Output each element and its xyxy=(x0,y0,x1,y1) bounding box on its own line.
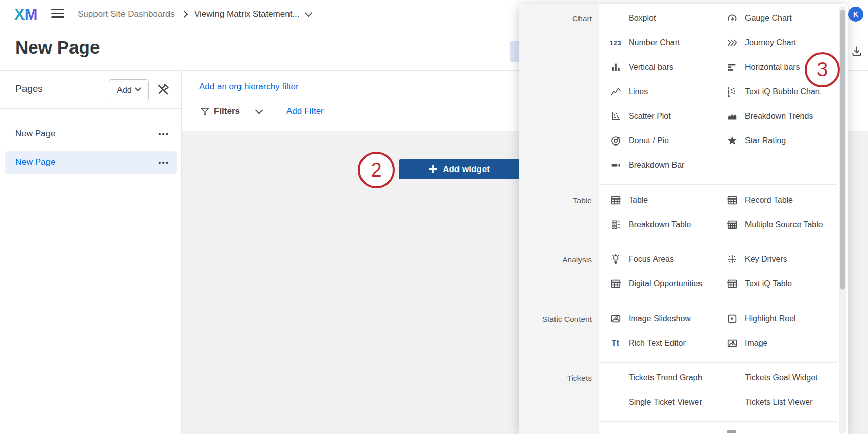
widget-item[interactable]: Donut / Pie xyxy=(599,129,716,153)
widget-item[interactable]: Text iQ Table xyxy=(716,272,848,296)
page-item-label: New Page xyxy=(15,129,55,139)
panel-section-chart: Chart Boxplot Gauge Chart 123 Number Cha… xyxy=(519,4,848,185)
widget-item[interactable]: Image Slideshow xyxy=(599,306,716,331)
widget-picker-panel: Chart Boxplot Gauge Chart 123 Number Cha… xyxy=(519,4,848,434)
widget-item[interactable]: Gauge Chart xyxy=(716,6,848,31)
breadcrumb-current[interactable]: Viewing Matrix Statement... xyxy=(194,9,300,19)
add-page-button[interactable]: Add xyxy=(109,79,149,101)
widget-item-label: Highlight Reel xyxy=(745,314,796,323)
avatar[interactable]: K xyxy=(848,7,863,22)
breakdown-table-icon xyxy=(609,219,622,230)
rich-text-icon: Tt xyxy=(609,339,622,348)
breadcrumb: Support Site Dashboards Viewing Matrix S… xyxy=(78,0,311,29)
xm-logo: XM xyxy=(14,6,37,24)
panel-scrollbar-track[interactable] xyxy=(839,6,846,434)
image-slideshow-icon xyxy=(609,313,622,324)
widget-item[interactable]: Highlight Reel xyxy=(716,306,848,331)
breakdown-bar-icon xyxy=(609,160,622,171)
widget-item[interactable]: Star Rating xyxy=(716,129,848,153)
sidebar-page-item[interactable]: New Page ••• xyxy=(5,151,177,174)
widget-item[interactable]: Tickets Trend Graph xyxy=(599,366,716,390)
table-icon xyxy=(726,278,738,290)
filters-bar: Filters Add Filter xyxy=(200,106,324,116)
panel-scrollbar-thumb[interactable] xyxy=(840,10,845,290)
widget-item[interactable]: Breakdown Bar xyxy=(599,153,716,178)
table-icon xyxy=(609,278,622,290)
add-org-hierarchy-filter-link[interactable]: Add an org hierarchy filter xyxy=(199,82,299,92)
panel-category-label: Static Content xyxy=(519,315,592,324)
chevron-down-icon[interactable] xyxy=(304,9,312,17)
pages-list: New Page •••New Page ••• xyxy=(0,109,181,180)
sidebar-header: Pages Add xyxy=(0,71,181,109)
widget-item[interactable]: Table xyxy=(599,188,716,212)
app-window: XM Support Site Dashboards Viewing Matri… xyxy=(0,0,868,434)
unpin-sidebar-icon[interactable] xyxy=(156,82,172,98)
sidebar-page-item[interactable]: New Page ••• xyxy=(5,123,177,145)
widget-item-label: Number Chart xyxy=(629,38,680,47)
panel-section-table: Table Table Record Table Breakdown Table xyxy=(519,185,848,244)
page-item-menu-icon[interactable]: ••• xyxy=(158,158,170,167)
widget-item[interactable]: Breakdown Table xyxy=(599,212,716,237)
table-icon xyxy=(609,195,622,206)
panel-category-label: Analysis xyxy=(519,255,592,264)
download-icon[interactable] xyxy=(850,45,863,58)
chevron-down-icon[interactable] xyxy=(255,106,263,114)
pages-sidebar: Pages Add New Page •••New Page ••• xyxy=(0,71,182,434)
panel-section-tickets: Tickets Tickets Trend Graph Tickets Goal… xyxy=(519,363,848,422)
widget-item-label: Donut / Pie xyxy=(629,136,669,146)
partial-widget-icon xyxy=(727,430,736,433)
widget-item[interactable]: Key Drivers xyxy=(716,247,848,272)
panel-section-partial xyxy=(519,422,848,434)
key-drivers-icon xyxy=(726,254,738,265)
horizontal-bars-icon xyxy=(726,62,738,73)
hamburger-menu-icon[interactable] xyxy=(51,9,64,20)
panel-category-label: Table xyxy=(519,196,592,205)
widget-item[interactable]: Record Table xyxy=(716,188,848,212)
add-page-label: Add xyxy=(117,86,131,95)
widget-item-label: Breakdown Table xyxy=(629,220,691,229)
widget-item-label: Multiple Source Table xyxy=(745,220,823,229)
widget-item-label: Lines xyxy=(629,87,648,97)
widget-item[interactable]: Digital Opportunities xyxy=(599,272,716,296)
widget-item[interactable]: Scatter Plot xyxy=(599,104,716,129)
widget-item[interactable]: Tickets Goal Widget xyxy=(716,366,848,390)
scatter-plot-icon xyxy=(609,111,622,122)
chevron-down-icon xyxy=(135,85,141,91)
widget-item[interactable]: Journey Chart xyxy=(716,31,848,55)
widget-item[interactable]: Single Ticket Viewer xyxy=(599,390,716,415)
widget-item[interactable]: Focus Areas xyxy=(599,247,716,272)
widget-item-label: Tickets List Viewer xyxy=(745,398,812,407)
widget-item[interactable]: Image xyxy=(716,331,848,355)
widget-item[interactable]: Vertical bars xyxy=(599,55,716,80)
sidebar-title: Pages xyxy=(15,83,43,94)
widget-item[interactable]: Boxplot xyxy=(599,6,716,31)
lightbulb-icon xyxy=(609,254,622,265)
panel-category-label: Chart xyxy=(519,14,592,23)
widget-item[interactable]: Multiple Source Table xyxy=(716,212,848,237)
widget-item-label: Horizontal bars xyxy=(745,63,800,72)
widget-item[interactable]: Tickets List Viewer xyxy=(716,390,848,415)
star-icon xyxy=(726,135,738,147)
widget-item-label: Focus Areas xyxy=(629,255,674,264)
bubble-chart-icon xyxy=(726,86,738,98)
widget-item[interactable]: Breakdown Trends xyxy=(716,104,848,129)
breadcrumb-root[interactable]: Support Site Dashboards xyxy=(78,9,175,19)
panel-section-static-content: Static Content Image Slideshow Highlight… xyxy=(519,303,848,363)
widget-item[interactable]: Tt Rich Text Editor xyxy=(599,331,716,355)
widget-item-label: Star Rating xyxy=(745,136,786,146)
widget-grid: Tickets Trend Graph Tickets Goal Widget … xyxy=(599,366,848,415)
widget-item-label: Text iQ Table xyxy=(745,279,792,288)
widget-item-label: Rich Text Editor xyxy=(629,339,686,348)
widget-item-label: Boxplot xyxy=(629,14,656,23)
filters-label: Filters xyxy=(214,106,240,116)
widget-item[interactable]: 123 Number Chart xyxy=(599,31,716,55)
add-filter-link[interactable]: Add Filter xyxy=(286,106,324,116)
widget-item[interactable]: Lines xyxy=(599,80,716,104)
widget-grid: Focus Areas Key Drivers Digital Opportun… xyxy=(599,247,848,296)
widget-item-label: Text iQ Bubble Chart xyxy=(745,87,821,97)
add-widget-button[interactable]: Add widget xyxy=(399,159,520,179)
page-item-menu-icon[interactable]: ••• xyxy=(158,130,170,138)
widget-item-label: Vertical bars xyxy=(629,63,673,72)
donut-pie-icon xyxy=(609,135,622,147)
widget-item-label: Digital Opportunities xyxy=(629,279,702,288)
